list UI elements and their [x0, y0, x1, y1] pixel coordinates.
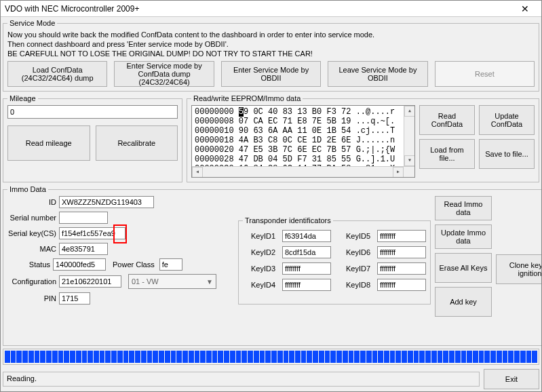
mac-label: MAC: [7, 245, 56, 253]
keyid6-field[interactable]: [377, 246, 426, 258]
enter-service-dump-button[interactable]: Enter Service mode by ConfData dump (24C…: [114, 61, 214, 87]
service-text-1: Now you should write back the modified C…: [7, 30, 535, 39]
service-text-3: BE CAREFULL NOT TO LOSE THE ORIGINAL DUM…: [7, 49, 535, 58]
keyid7-field[interactable]: [377, 262, 426, 275]
scroll-down-icon[interactable]: ▾: [404, 155, 415, 166]
serial-number-label: Serial number: [7, 214, 56, 222]
status-field[interactable]: [53, 258, 106, 271]
update-confdata-button[interactable]: Update ConfData: [479, 105, 535, 135]
power-class-field[interactable]: [159, 258, 182, 271]
service-mode-legend: Service Mode: [7, 19, 57, 27]
mileage-legend: Mileage: [7, 94, 38, 102]
transponder-legend: Transponder identificators: [243, 216, 333, 224]
keyid8-label: KeyID8: [338, 281, 370, 289]
configuration-label: Configuration: [7, 277, 56, 286]
status-text: Reading.: [3, 372, 480, 387]
read-confdata-button[interactable]: Read ConfData: [419, 105, 475, 135]
exit-button[interactable]: Exit: [484, 369, 539, 389]
reset-button[interactable]: Reset: [435, 61, 535, 87]
eeprom-group: Read/write EEPROM/Immo data 00000000 59 …: [187, 94, 539, 182]
status-label: Status: [7, 260, 50, 269]
close-icon[interactable]: ✕: [511, 3, 539, 14]
keyid1-label: KeyID1: [243, 232, 275, 240]
power-class-label: Power Class: [113, 260, 155, 269]
clone-key-button[interactable]: Clone key in ignition: [496, 254, 541, 284]
progress-bar: [3, 349, 539, 365]
scroll-right-icon[interactable]: ▸: [393, 167, 404, 178]
brand-combo[interactable]: 01 - VW ▼: [128, 274, 216, 289]
scroll-up-icon[interactable]: ▴: [404, 106, 415, 117]
erase-all-keys-button[interactable]: Erase All Keys: [435, 253, 492, 283]
keyid4-field[interactable]: [282, 279, 331, 291]
read-immo-button[interactable]: Read Immo data: [435, 196, 492, 220]
immo-legend: Immo Data: [7, 185, 48, 193]
transponder-group: Transponder identificators KeyID1 KeyID5…: [238, 216, 431, 305]
keyid2-label: KeyID2: [243, 248, 275, 256]
enter-service-obd-button[interactable]: Enter Service Mode by OBDII: [221, 61, 321, 87]
serial-key-field[interactable]: [59, 227, 125, 239]
load-confdata-button[interactable]: Load ConfData (24C32/24C64) dump: [7, 61, 107, 87]
pin-label: PIN: [7, 294, 56, 302]
mac-field[interactable]: [59, 243, 108, 255]
hex-content: 00000000 59 0C 40 83 13 B0 F3 72 ..@....…: [192, 106, 414, 166]
brand-combo-value: 01 - VW: [132, 277, 159, 286]
id-field[interactable]: [59, 196, 154, 208]
save-to-file-button[interactable]: Save to file...: [479, 139, 535, 169]
keyid3-label: KeyID3: [243, 264, 275, 273]
serial-number-field[interactable]: [59, 212, 108, 224]
keyid5-label: KeyID5: [338, 232, 370, 240]
keyid5-field[interactable]: [377, 230, 426, 242]
update-immo-button[interactable]: Update Immo data: [435, 224, 492, 249]
hex-viewer[interactable]: 00000000 59 0C 40 83 13 B0 F3 72 ..@....…: [191, 105, 415, 178]
configuration-field[interactable]: [59, 275, 121, 288]
leave-service-obd-button[interactable]: Leave Service Mode by OBDII: [328, 61, 427, 87]
keyid2-field[interactable]: [282, 246, 331, 258]
service-mode-group: Service Mode Now you should write back t…: [3, 19, 539, 92]
keyid4-label: KeyID4: [243, 281, 275, 289]
immo-data-group: Immo Data ID Serial number: [3, 185, 541, 346]
add-key-button[interactable]: Add key: [435, 287, 492, 317]
hex-horizontal-scrollbar[interactable]: ◂ ▸: [192, 166, 414, 177]
mileage-group: Mileage Read mileage Recalibrate: [3, 94, 182, 182]
chevron-down-icon: ▼: [206, 278, 213, 286]
scroll-left-icon[interactable]: ◂: [192, 167, 203, 178]
id-label: ID: [7, 198, 56, 206]
keyid6-label: KeyID6: [338, 248, 370, 256]
window-title: VDO with NEC Microcontroller 2009+: [5, 4, 511, 14]
keyid7-label: KeyID7: [338, 264, 370, 273]
eeprom-legend: Read/write EEPROM/Immo data: [191, 94, 303, 102]
hex-vertical-scrollbar[interactable]: ▴ ▾: [404, 106, 414, 166]
serial-key-label: Serial key(CS): [7, 229, 56, 237]
pin-field[interactable]: [59, 292, 90, 305]
mileage-input[interactable]: [7, 105, 178, 119]
service-text-2: Then connect dashboard and press 'Enter …: [7, 39, 535, 49]
app-window: VDO with NEC Microcontroller 2009+ ✕ Ser…: [0, 0, 542, 392]
keyid8-field[interactable]: [377, 279, 426, 291]
keyid1-field[interactable]: [282, 230, 331, 242]
load-from-file-button[interactable]: Load from file...: [419, 139, 475, 169]
keyid3-field[interactable]: [282, 262, 331, 275]
titlebar: VDO with NEC Microcontroller 2009+ ✕: [1, 1, 541, 17]
recalibrate-button[interactable]: Recalibrate: [96, 125, 178, 161]
read-mileage-button[interactable]: Read mileage: [7, 125, 90, 161]
